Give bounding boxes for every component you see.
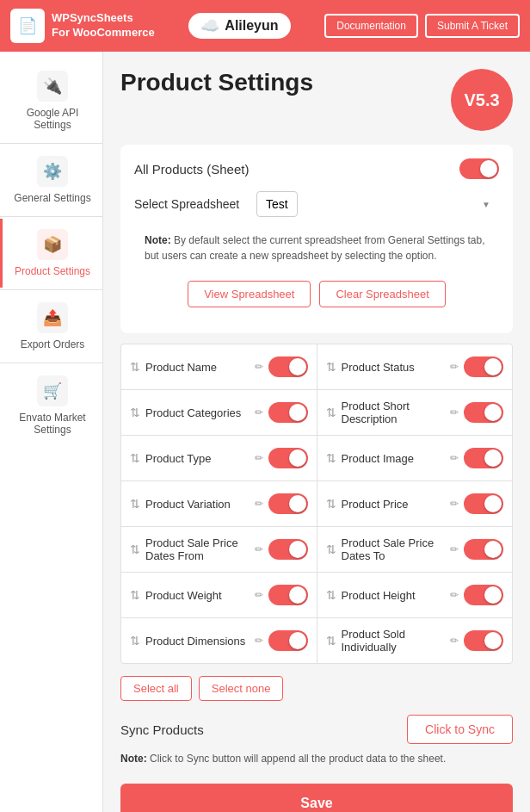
product-cell-categories: ⇅ Product Categories ✏ (121, 390, 317, 435)
edit-icon[interactable]: ✏ (450, 452, 459, 464)
product-toggle-height[interactable] (464, 585, 503, 605)
sync-row: Sync Products Click to Sync (120, 715, 513, 744)
product-cell-sold-individually: ⇅ Product Sold Individually ✏ (317, 618, 513, 663)
sidebar-item-export-orders[interactable]: 📤 Export Orders (0, 292, 102, 361)
sync-label: Sync Products (120, 722, 204, 737)
sidebar-item-label: Envato Market Settings (9, 412, 96, 436)
documentation-button[interactable]: Documentation (324, 14, 418, 38)
drag-icon: ⇅ (326, 588, 336, 602)
product-cell-height: ⇅ Product Height ✏ (317, 573, 513, 617)
edit-icon[interactable]: ✏ (450, 406, 459, 418)
product-toggle-variation[interactable] (268, 493, 308, 514)
product-cell-image: ⇅ Product Image ✏ (317, 436, 513, 480)
spreadsheet-select[interactable]: Test (256, 191, 298, 217)
sidebar-item-general[interactable]: ⚙️ General Settings (0, 146, 102, 214)
drag-icon: ⇅ (326, 360, 336, 374)
save-button[interactable]: Save (120, 784, 513, 812)
all-products-toggle[interactable] (459, 158, 499, 179)
main-content: Product Settings V5.3 All Products (Shee… (103, 52, 530, 812)
all-products-card: All Products (Sheet) Select Spreadsheet … (120, 145, 513, 333)
select-buttons: Select all Select none (120, 676, 513, 701)
drag-icon: ⇅ (326, 542, 336, 556)
edit-icon[interactable]: ✏ (255, 589, 263, 601)
product-cell-label: Product Variation (145, 498, 250, 511)
envato-icon: 🛒 (37, 375, 68, 406)
product-cell-label: Product Sale Price Dates From (145, 536, 250, 562)
submit-ticket-button[interactable]: Submit A Ticket (425, 14, 520, 38)
edit-icon[interactable]: ✏ (255, 635, 263, 647)
product-toggle-price[interactable] (464, 493, 503, 514)
select-spreadsheet-row: Select Spreadsheet Test (134, 191, 499, 217)
layout: 🔌 Google API Settings ⚙️ General Setting… (0, 52, 530, 812)
google-api-icon: 🔌 (37, 71, 68, 102)
product-cell-label: Product Name (145, 361, 250, 374)
view-spreadsheet-button[interactable]: View Spreadsheet (188, 281, 311, 307)
product-cell-label: Product Dimensions (145, 635, 250, 648)
product-toggle-image[interactable] (464, 448, 503, 468)
drag-icon: ⇅ (130, 406, 140, 419)
all-products-row: All Products (Sheet) (134, 158, 499, 179)
click-to-sync-button[interactable]: Click to Sync (407, 715, 513, 744)
select-none-button[interactable]: Select none (199, 676, 284, 701)
sidebar-item-label: General Settings (14, 192, 90, 204)
note-box: Note: By default select the current spre… (134, 226, 499, 270)
product-toggle-short-desc[interactable] (464, 402, 503, 423)
edit-icon[interactable]: ✏ (450, 635, 459, 647)
product-settings-icon: 📦 (37, 229, 68, 260)
edit-icon[interactable]: ✏ (450, 589, 459, 601)
product-toggle-type[interactable] (268, 448, 308, 468)
aliyun-text: Alileyun (225, 18, 278, 34)
product-cell-short-desc: ⇅ Product Short Description ✏ (317, 390, 513, 435)
product-cell-label: Product Categories (145, 406, 250, 419)
drag-icon: ⇅ (130, 588, 140, 602)
sidebar-item-label: Export Orders (21, 338, 85, 350)
product-toggle-categories[interactable] (268, 402, 308, 423)
header-center: ☁️ Alileyun (163, 13, 317, 39)
product-cell-label: Product Sold Individually (342, 628, 446, 654)
sync-note: Note: Click to Sync button will append a… (120, 751, 513, 766)
product-cell-variation: ⇅ Product Variation ✏ (121, 481, 317, 526)
select-all-button[interactable]: Select all (120, 676, 192, 701)
clear-spreadsheet-button[interactable]: Clear Spreadsheet (319, 281, 445, 307)
product-toggle-sale-from[interactable] (268, 539, 308, 560)
product-toggle-sale-to[interactable] (464, 539, 503, 560)
edit-icon[interactable]: ✏ (255, 498, 263, 510)
sidebar-divider-1 (0, 143, 102, 144)
edit-icon[interactable]: ✏ (450, 361, 459, 373)
product-fields-grid: ⇅ Product Name ✏ ⇅ Product Status ✏ ⇅ Pr… (120, 344, 513, 664)
sidebar: 🔌 Google API Settings ⚙️ General Setting… (0, 52, 103, 812)
select-spreadsheet-label: Select Spreadsheet (134, 197, 246, 211)
drag-icon: ⇅ (130, 542, 140, 556)
sidebar-item-product[interactable]: 📦 Product Settings (0, 219, 102, 288)
product-cell-label: Product Sale Price Dates To (342, 536, 446, 562)
edit-icon[interactable]: ✏ (255, 543, 263, 555)
product-toggle-name[interactable] (268, 356, 308, 377)
cloud-icon: ☁️ (200, 16, 219, 35)
logo-icon: 📄 (10, 9, 45, 43)
note-text: By default select the current spreadshee… (145, 234, 485, 262)
product-toggle-dimensions[interactable] (268, 630, 308, 651)
drag-icon: ⇅ (326, 451, 336, 465)
product-toggle-status[interactable] (464, 356, 503, 377)
header-buttons: Documentation Submit A Ticket (324, 14, 520, 38)
all-products-label: All Products (Sheet) (134, 162, 249, 177)
edit-icon[interactable]: ✏ (255, 361, 263, 373)
product-cell-label: Product Weight (145, 589, 250, 602)
aliyun-badge: ☁️ Alileyun (188, 13, 290, 39)
edit-icon[interactable]: ✏ (255, 452, 263, 464)
product-cell-label: Product Status (342, 361, 446, 374)
sidebar-item-envato[interactable]: 🛒 Envato Market Settings (0, 365, 102, 446)
product-toggle-weight[interactable] (268, 585, 308, 605)
product-cell-label: Product Price (342, 498, 446, 511)
drag-icon: ⇅ (130, 360, 140, 374)
edit-icon[interactable]: ✏ (450, 498, 459, 510)
product-toggle-sold-individually[interactable] (464, 630, 503, 651)
product-cell-weight: ⇅ Product Weight ✏ (121, 573, 317, 617)
edit-icon[interactable]: ✏ (255, 406, 263, 418)
edit-icon[interactable]: ✏ (450, 543, 459, 555)
version-badge: V5.3 (451, 69, 513, 131)
sidebar-item-google-api[interactable]: 🔌 Google API Settings (0, 60, 102, 141)
product-cell-sale-to: ⇅ Product Sale Price Dates To ✏ (317, 527, 513, 572)
general-settings-icon: ⚙️ (37, 156, 68, 187)
header: 📄 WPSyncSheets For WooCommerce ☁️ Aliley… (0, 0, 530, 52)
